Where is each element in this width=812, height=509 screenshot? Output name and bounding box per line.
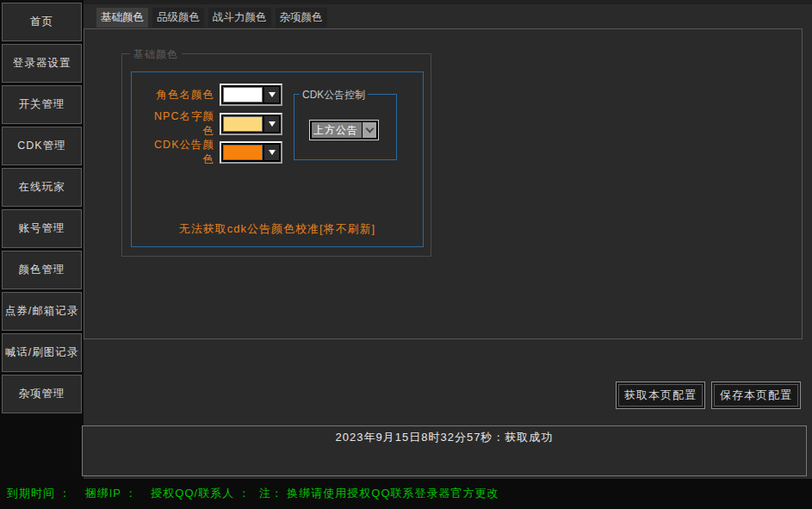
dropdown-arrow-icon (269, 92, 276, 97)
color-row: CDK公告颜色 (144, 141, 282, 164)
status-log-box: 2023年9月15日8时32分57秒：获取成功 (82, 425, 807, 476)
role-name-color-label: 角色名颜色 (144, 88, 214, 102)
tab-basic-colors[interactable]: 基础颜色 (96, 8, 148, 28)
page-actions: 获取本页配置 保存本页配置 (616, 382, 801, 409)
sidebar-item-shout-map-log[interactable]: 喊话/刷图记录 (2, 333, 82, 372)
bind-ip-label: 捆绑IP ： (85, 486, 138, 501)
npc-name-color-picker[interactable] (220, 113, 282, 135)
sidebar-item-online-players[interactable]: 在线玩家 (2, 168, 82, 207)
rebind-note-text: 注： 换绑请使用授权QQ联系登录器官方更改 (259, 486, 499, 501)
chevron-down-icon (365, 125, 374, 133)
sidebar-item-home[interactable]: 首页 (2, 3, 82, 41)
cdk-announce-color-label: CDK公告颜色 (144, 138, 214, 167)
get-page-config-button[interactable]: 获取本页配置 (616, 382, 705, 409)
dropdown-arrow-icon (269, 121, 276, 127)
tab-grade-colors[interactable]: 品级颜色 (152, 8, 204, 28)
cdk-announce-color-swatch (223, 145, 263, 160)
license-footer: 到期时间 ： 捆绑IP ： 授权QQ/联系人 ： 注： 换绑请使用授权QQ联系登… (0, 479, 812, 509)
qq-contact-label: 授权QQ/联系人 ： (151, 486, 250, 501)
tab-misc-colors[interactable]: 杂项颜色 (276, 8, 327, 28)
sidebar-item-switch-manage[interactable]: 开关管理 (2, 85, 82, 124)
status-message: 2023年9月15日8时32分57秒：获取成功 (83, 430, 806, 445)
color-row: NPC名字颜色 (144, 113, 282, 135)
cdk-announce-position-value: 上方公告 (312, 122, 362, 138)
dropdown-arrow-button[interactable] (264, 116, 279, 132)
role-name-color-swatch (223, 87, 263, 102)
sidebar-item-account-manage[interactable]: 账号管理 (2, 209, 82, 248)
cdk-color-warning-text: 无法获取cdk公告颜色校准[将不刷新] (132, 221, 423, 237)
sidebar: 首页 登录器设置 开关管理 CDK管理 在线玩家 账号管理 颜色管理 点券/邮箱… (0, 0, 84, 479)
save-page-config-button[interactable]: 保存本页配置 (711, 382, 801, 409)
color-tabs: 基础颜色 品级颜色 战斗力颜色 杂项颜色 (96, 8, 327, 28)
cdk-announce-position-select[interactable]: 上方公告 (309, 120, 379, 140)
cdk-announce-control-group: CDK公告控制 上方公告 (294, 94, 397, 160)
sidebar-item-launcher-settings[interactable]: 登录器设置 (2, 44, 82, 83)
dropdown-arrow-button[interactable] (264, 87, 279, 102)
role-name-color-picker[interactable] (220, 84, 282, 106)
cdk-announce-color-picker[interactable] (220, 141, 282, 164)
npc-name-color-swatch (223, 116, 263, 132)
tab-power-colors[interactable]: 战斗力颜色 (208, 8, 271, 28)
expire-time-label: 到期时间 ： (7, 486, 71, 501)
sidebar-item-cdk-manage[interactable]: CDK管理 (2, 127, 82, 165)
color-row: 角色名颜色 (144, 84, 282, 106)
cdk-announce-control-title: CDK公告控制 (300, 88, 368, 102)
select-arrow-button[interactable] (363, 122, 376, 138)
npc-name-color-label: NPC名字颜色 (144, 109, 214, 139)
basic-colors-inner-panel: 角色名颜色 NPC名字颜色 CDK公告颜色 CDK公告控制 上方公 (131, 71, 424, 247)
groupbox-title: 基础颜色 (130, 47, 182, 62)
dropdown-arrow-icon (269, 150, 276, 155)
dropdown-arrow-button[interactable] (264, 145, 279, 160)
sidebar-item-misc-manage[interactable]: 杂项管理 (2, 375, 82, 413)
sidebar-item-color-manage[interactable]: 颜色管理 (2, 251, 82, 289)
app-window: 首页 登录器设置 开关管理 CDK管理 在线玩家 账号管理 颜色管理 点券/邮箱… (0, 0, 812, 509)
sidebar-item-points-mail-log[interactable]: 点券/邮箱记录 (2, 292, 82, 331)
